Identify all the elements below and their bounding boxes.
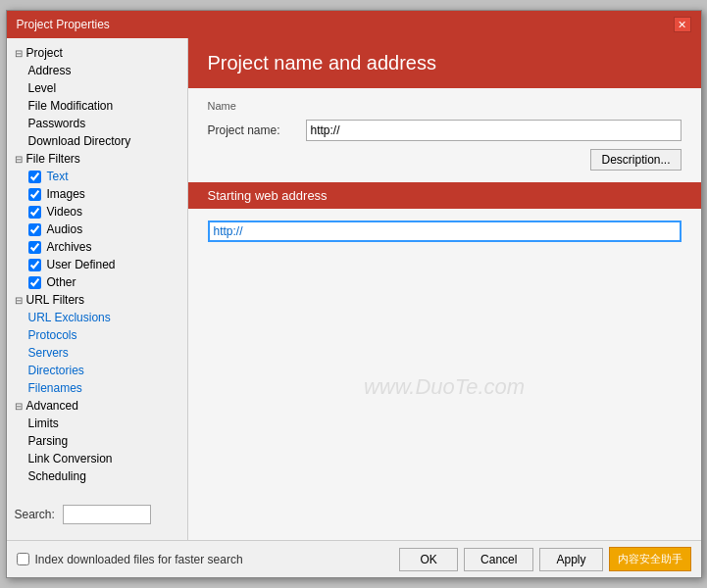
sidebar-item-url-filters[interactable]: ⊟ URL Filters [7, 291, 187, 309]
search-label: Search: [15, 508, 55, 521]
sidebar: ⊟ Project Address Level File Modificatio… [7, 38, 188, 540]
sidebar-item-protocols[interactable]: Protocols [7, 326, 187, 344]
sidebar-item-link-conversion[interactable]: Link Conversion [7, 450, 187, 467]
project-name-input[interactable] [306, 120, 682, 141]
content-header: Project name and address [188, 38, 701, 88]
sidebar-item-file-filters[interactable]: ⊟ File Filters [7, 150, 187, 168]
window-title: Project Properties [17, 18, 110, 31]
sidebar-item-servers[interactable]: Servers [7, 344, 187, 362]
project-properties-window: Project Properties ✕ ⊟ Project Address L… [6, 10, 702, 578]
audios-checkbox[interactable] [28, 223, 41, 236]
ok-button[interactable]: OK [399, 548, 458, 571]
sidebar-item-url-exclusions[interactable]: URL Exclusions [7, 309, 187, 326]
archives-checkbox[interactable] [28, 241, 41, 254]
sidebar-item-archives[interactable]: Archives [7, 238, 187, 256]
sidebar-item-limits[interactable]: Limits [7, 415, 187, 432]
sidebar-item-passwords[interactable]: Passwords [7, 115, 187, 132]
security-button[interactable]: 内容安全助手 [609, 547, 691, 571]
expand-icon: ⊟ [15, 295, 23, 306]
videos-checkbox[interactable] [28, 206, 41, 219]
close-button[interactable]: ✕ [674, 17, 691, 32]
content-panel: Project name and address Name Project na… [188, 38, 701, 540]
watermark-text: www.DuoTe.com [188, 254, 701, 540]
expand-icon: ⊟ [15, 48, 23, 59]
project-name-row: Project name: [208, 120, 682, 141]
name-section-label: Name [208, 100, 682, 112]
sidebar-item-other[interactable]: Other [7, 273, 187, 291]
footer-checkbox-label: Index downloaded files for faster search [35, 553, 394, 566]
text-checkbox[interactable] [28, 171, 41, 183]
sidebar-item-videos[interactable]: Videos [7, 203, 187, 220]
sidebar-item-images[interactable]: Images [7, 185, 187, 203]
main-content: ⊟ Project Address Level File Modificatio… [7, 38, 701, 540]
sidebar-item-audios[interactable]: Audios [7, 220, 187, 238]
expand-icon: ⊟ [15, 401, 23, 412]
content-header-title: Project name and address [208, 52, 436, 74]
search-row: Search: [7, 501, 187, 528]
sidebar-item-scheduling[interactable]: Scheduling [7, 467, 187, 485]
images-checkbox[interactable] [28, 188, 41, 201]
sidebar-item-advanced[interactable]: ⊟ Advanced [7, 397, 187, 415]
url-input[interactable] [208, 220, 682, 242]
sidebar-item-file-modification[interactable]: File Modification [7, 97, 187, 115]
name-section: Name Project name: Description... [188, 88, 701, 182]
sidebar-item-download-directory[interactable]: Download Directory [7, 132, 187, 150]
footer-bar: Index downloaded files for faster search… [7, 540, 701, 577]
apply-button[interactable]: Apply [539, 548, 602, 571]
other-checkbox[interactable] [28, 276, 41, 289]
project-name-label: Project name: [208, 123, 306, 137]
sidebar-item-level[interactable]: Level [7, 79, 187, 97]
sidebar-item-parsing[interactable]: Parsing [7, 432, 187, 450]
sidebar-item-filenames[interactable]: Filenames [7, 379, 187, 397]
search-input[interactable] [63, 505, 151, 524]
sidebar-item-user-defined[interactable]: User Defined [7, 256, 187, 273]
sidebar-item-address[interactable]: Address [7, 62, 187, 79]
sidebar-item-text[interactable]: Text [7, 168, 187, 185]
sidebar-item-project[interactable]: ⊟ Project [7, 44, 187, 62]
title-bar: Project Properties ✕ [7, 11, 701, 38]
starting-web-address-bar: Starting web address [188, 182, 701, 209]
cancel-button[interactable]: Cancel [464, 548, 533, 571]
sidebar-item-directories[interactable]: Directories [7, 362, 187, 379]
user-defined-checkbox[interactable] [28, 259, 41, 271]
description-button[interactable]: Description... [590, 149, 681, 171]
index-checkbox[interactable] [17, 553, 29, 565]
expand-icon: ⊟ [15, 154, 23, 165]
